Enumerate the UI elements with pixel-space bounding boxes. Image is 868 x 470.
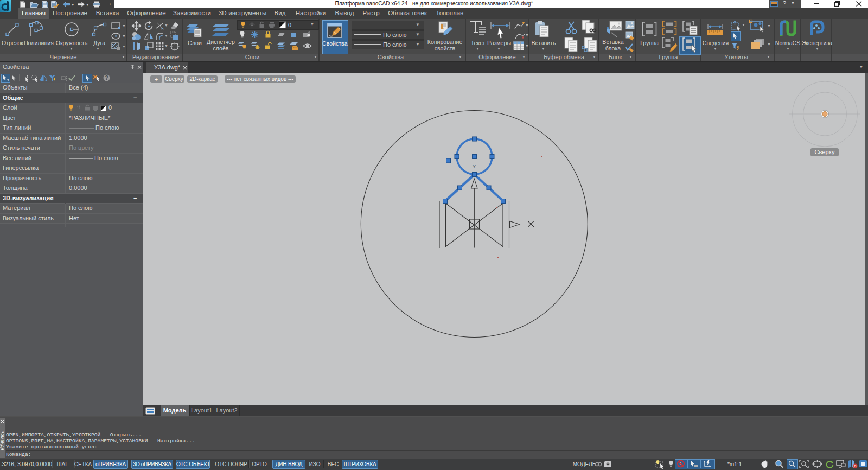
svg-text:?: ? bbox=[105, 75, 108, 81]
svg-text:Y: Y bbox=[473, 164, 476, 169]
svg-text:n: n bbox=[854, 463, 856, 468]
